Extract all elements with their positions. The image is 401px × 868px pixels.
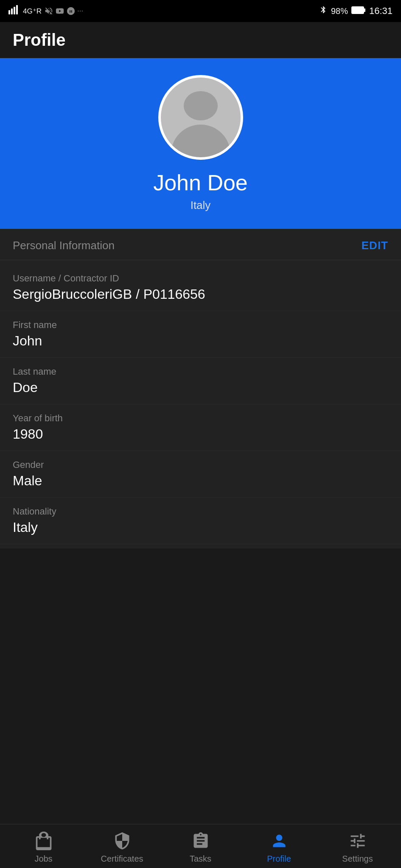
profile-icon (269, 830, 290, 851)
field-value-4: Male (13, 473, 388, 489)
signal-icon (8, 5, 20, 17)
nav-item-certificates[interactable]: Certificates (83, 830, 161, 864)
field-label-0: Username / Contractor ID (13, 273, 388, 284)
field-label-3: Year of birth (13, 413, 388, 424)
field-value-5: Italy (13, 520, 388, 535)
avatar (158, 75, 243, 160)
nav-item-settings[interactable]: Settings (318, 830, 397, 864)
svg-rect-1 (11, 8, 13, 14)
status-right-icons: 98% 16:31 (319, 5, 393, 17)
status-left-icons: 4G⁺R ··· (8, 5, 83, 17)
status-bar: 4G⁺R ··· 98% 16:31 (0, 0, 401, 22)
profile-hero: John Doe Italy (0, 58, 401, 229)
profile-location: Italy (191, 199, 211, 212)
svg-rect-0 (8, 10, 10, 14)
certificates-label: Certificates (101, 854, 143, 864)
status-icons: ··· (44, 6, 83, 16)
profile-name: John Doe (153, 170, 248, 195)
avatar-head (184, 91, 218, 120)
tasks-icon (190, 830, 211, 851)
certificates-icon (112, 830, 133, 851)
bottom-nav: Jobs Certificates Tasks Profile (0, 824, 401, 868)
jobs-icon (33, 830, 54, 851)
info-field: Last name Doe (0, 358, 401, 404)
network-type: 4G⁺R (23, 7, 42, 16)
bluetooth-icon (319, 5, 328, 17)
nav-item-tasks[interactable]: Tasks (161, 830, 240, 864)
nav-item-profile[interactable]: Profile (240, 830, 318, 864)
battery-percent: 98% (331, 6, 348, 16)
tasks-label: Tasks (190, 854, 211, 864)
field-value-1: John (13, 333, 388, 349)
field-label-4: Gender (13, 459, 388, 470)
field-label-2: Last name (13, 366, 388, 377)
svg-rect-6 (352, 7, 363, 13)
info-field: Year of birth 1980 (0, 404, 401, 451)
info-fields: Username / Contractor ID SergioBruccoler… (0, 260, 401, 548)
field-value-0: SergioBruccoleriGB / P0116656 (13, 287, 388, 302)
settings-icon (347, 830, 368, 851)
field-label-5: Nationality (13, 506, 388, 517)
time-display: 16:31 (369, 6, 393, 17)
nav-item-jobs[interactable]: Jobs (4, 830, 83, 864)
svg-rect-2 (14, 7, 15, 14)
battery-icon (351, 6, 366, 17)
field-value-3: 1980 (13, 426, 388, 442)
jobs-label: Jobs (34, 854, 52, 864)
info-field: Nationality Italy (0, 498, 401, 544)
app-header: Profile (0, 22, 401, 58)
info-field: Gender Male (0, 451, 401, 498)
info-field: Username / Contractor ID SergioBruccoler… (0, 264, 401, 311)
avatar-body (171, 125, 230, 157)
field-label-1: First name (13, 320, 388, 331)
personal-info-section: Personal Information EDIT Username / Con… (0, 229, 401, 548)
svg-rect-3 (16, 5, 18, 14)
section-title: Personal Information (13, 239, 115, 252)
profile-label: Profile (267, 854, 291, 864)
info-field: First name John (0, 311, 401, 358)
edit-button[interactable]: EDIT (362, 239, 388, 252)
svg-rect-5 (364, 8, 365, 12)
page-title: Profile (13, 31, 388, 50)
settings-label: Settings (342, 854, 373, 864)
field-value-2: Doe (13, 380, 388, 395)
avatar-silhouette (161, 78, 241, 157)
section-header: Personal Information EDIT (0, 229, 401, 260)
